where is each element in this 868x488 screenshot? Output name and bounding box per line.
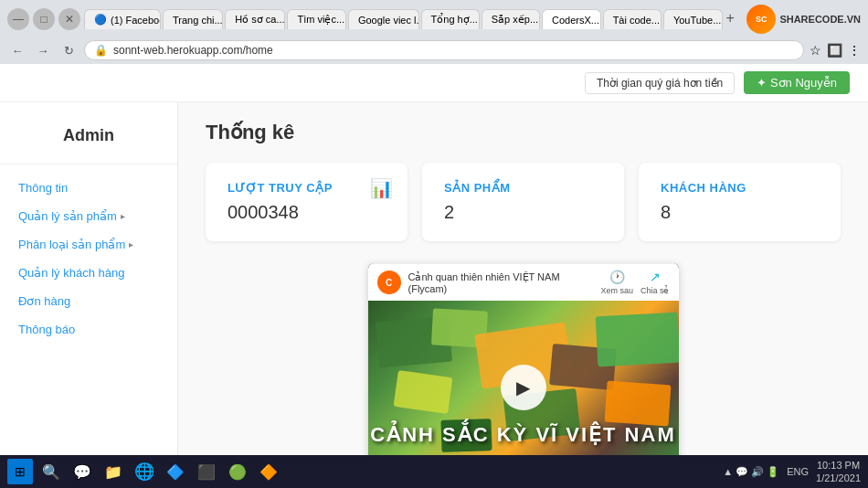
logo-text: SHARECODE.VN [779,14,861,25]
sidebar-item-donhang[interactable]: Đơn hàng [9,287,168,315]
tab-codersx[interactable]: CodersX...✕ [542,9,601,29]
sidebar-title: Admin [0,111,177,164]
taskbar-search-icon[interactable]: 🔍 [38,459,64,484]
video-overlay-text: CẢNH SẮC KỲ VĨ VIỆT NAM [368,423,679,447]
forward-btn[interactable]: → [33,40,53,60]
user-button[interactable]: ✦ Sơn Nguyễn [744,71,850,94]
sidebar-item-quanlykh[interactable]: Quản lý khách hàng [9,259,168,287]
video-wrapper: C Cảnh quan thiên nhiên VIỆT NAM (Flycam… [368,263,679,474]
sidebar-item-phanloai[interactable]: Phân loại sản phẩm ▸ [9,230,168,259]
clock-icon: 🕐 [609,270,625,284]
sidebar-item-label: Thông tin [18,181,68,195]
browser-chrome: — □ ✕ 🔵(1) Facebook✕ Trang chi...✕ Hồ sơ… [0,0,868,64]
taskbar-vscode-icon[interactable]: 🔷 [163,459,188,484]
sidebar-item-label: Phân loại sản phẩm [18,238,125,251]
extensions-icon[interactable]: 🔲 [827,43,842,58]
xem-sau-button[interactable]: 🕐 Xem sau [600,270,633,295]
stat-label-products: SẢN PHẨM [444,181,602,195]
chevron-right-icon: ▸ [121,211,125,221]
chevron-right-icon: ▸ [129,239,133,249]
sidebar-item-label: Đơn hàng [18,294,70,308]
taskbar-clock: 10:13 PM 1/21/2021 [816,459,861,485]
browser-toolbar-icons: ☆ 🔲 ⋮ [810,43,861,58]
sidebar-item-quanlysp[interactable]: Quản lý sản phẩm ▸ [9,202,168,230]
video-actions: 🕐 Xem sau ↗ Chia sẻ [600,270,669,295]
menu-icon[interactable]: ⋮ [848,43,861,58]
start-button[interactable]: ⊞ [7,459,33,484]
sharecode-logo: SC SHARECODE.VN [746,5,861,34]
address-bar[interactable]: 🔒 sonnt-web.herokuapp.com/home [84,40,804,60]
stat-label-customers: KHÁCH HÀNG [661,181,819,195]
lock-icon: 🔒 [94,44,108,57]
taskbar: ⊞ 🔍 💬 📁 🌐 🔷 ⬛ 🟢 🔶 ▲ 💬 🔊 🔋 ENG 10:13 PM 1… [0,455,868,488]
taskbar-app-icon[interactable]: 🟢 [225,459,250,484]
new-tab-button[interactable]: + [725,9,736,27]
video-container: C Cảnh quan thiên nhiên VIỆT NAM (Flycam… [206,263,841,474]
clock-time: 10:13 PM [816,459,861,472]
sidebar-item-thongtin[interactable]: Thông tin [9,174,168,202]
stat-card-customers: KHÁCH HÀNG 8 [639,163,841,241]
system-tray-icons: ▲ 💬 🔊 🔋 [723,466,779,478]
sidebar-item-label: Thông báo [18,323,75,336]
tab-timviec[interactable]: Tìm việc...✕ [287,9,345,29]
taskbar-terminal-icon[interactable]: ⬛ [194,459,219,484]
sidebar-nav: Thông tin Quản lý sản phẩm ▸ Phân loại s… [0,174,177,344]
maximize-btn[interactable]: □ [33,8,55,30]
page-title: Thống kê [206,121,841,144]
stats-row: LƯỢT TRUY CẬP 0000348 📊 SẢN PHẨM 2 KHÁCH… [206,163,841,241]
logo-icon: SC [746,5,776,34]
chia-se-button[interactable]: ↗ Chia sẻ [640,270,670,295]
tab-favicon: 🔵 [94,14,107,26]
stat-card-products: SẢN PHẨM 2 [422,163,624,241]
taskbar-folder-icon[interactable]: 📁 [101,459,126,484]
stat-value-customers: 8 [661,202,819,223]
sidebar-item-thongbao[interactable]: Thông báo [9,315,168,344]
share-icon: ↗ [650,270,661,284]
address-text: sonnt-web.herokuapp.com/home [113,44,273,57]
taskbar-right: ▲ 💬 🔊 🔋 ENG 10:13 PM 1/21/2021 [723,459,861,485]
sidebar-item-label: Quản lý khách hàng [18,266,124,280]
stat-value-products: 2 [444,202,602,223]
channel-avatar: C [377,271,401,294]
minimize-btn[interactable]: — [7,8,29,30]
stat-card-visits: LƯỢT TRUY CẬP 0000348 📊 [206,163,408,241]
language-indicator: ENG [787,466,809,477]
close-btn[interactable]: ✕ [58,8,80,30]
promo-button[interactable]: Thời gian quý giá hơn tiền [585,72,735,94]
tab-taicode[interactable]: Tài code...✕ [603,9,662,29]
main-content: Thống kê LƯỢT TRUY CẬP 0000348 📊 SẢN PHẨ… [178,102,868,488]
taskbar-pinned-icon[interactable]: 🔶 [256,459,281,484]
chart-icon: 📊 [370,177,393,199]
tab-hoso[interactable]: Hồ sơ ca...✕ [225,9,285,29]
back-btn[interactable]: ← [7,40,27,60]
taskbar-edge-icon[interactable]: 🌐 [132,459,157,484]
video-title-bar: C Cảnh quan thiên nhiên VIỆT NAM (Flycam… [368,263,679,301]
tab-trangchi[interactable]: Trang chi...✕ [163,9,223,29]
stat-value-visits: 0000348 [228,202,386,223]
top-bar: Thời gian quý giá hơn tiền ✦ Sơn Nguyễn [0,64,868,102]
app-layout: Admin Thông tin Quản lý sản phẩm ▸ Phân … [0,102,868,488]
browser-tabs: 🔵(1) Facebook✕ Trang chi...✕ Hồ sơ ca...… [84,9,736,29]
tab-tonghop[interactable]: Tổng hợ...✕ [421,9,480,29]
taskbar-chat-icon[interactable]: 💬 [69,459,95,484]
tab-google[interactable]: Google viec l...✕ [348,9,419,29]
address-bar-row: ← → ↻ 🔒 sonnt-web.herokuapp.com/home ☆ 🔲… [0,38,868,64]
refresh-btn[interactable]: ↻ [58,40,79,60]
bookmark-icon[interactable]: ☆ [810,43,821,58]
window-controls: — □ ✕ [7,8,80,30]
sidebar-item-label: Quản lý sản phẩm [18,209,117,223]
video-title-text: Cảnh quan thiên nhiên VIỆT NAM (Flycam) [408,271,594,294]
clock-date: 1/21/2021 [816,472,861,484]
play-button[interactable]: ▶ [501,365,546,410]
tab-youtube[interactable]: YouTube...✕ [663,9,723,29]
stat-label-visits: LƯỢT TRUY CẬP [228,181,386,195]
sidebar: Admin Thông tin Quản lý sản phẩm ▸ Phân … [0,102,178,488]
tab-facebook[interactable]: 🔵(1) Facebook✕ [84,9,161,29]
video-thumbnail[interactable]: ▶ CẢNH SẮC KỲ VĨ VIỆT NAM ShareCode.vn [368,301,679,474]
tab-sapxep[interactable]: Sắp xếp...✕ [482,9,540,29]
